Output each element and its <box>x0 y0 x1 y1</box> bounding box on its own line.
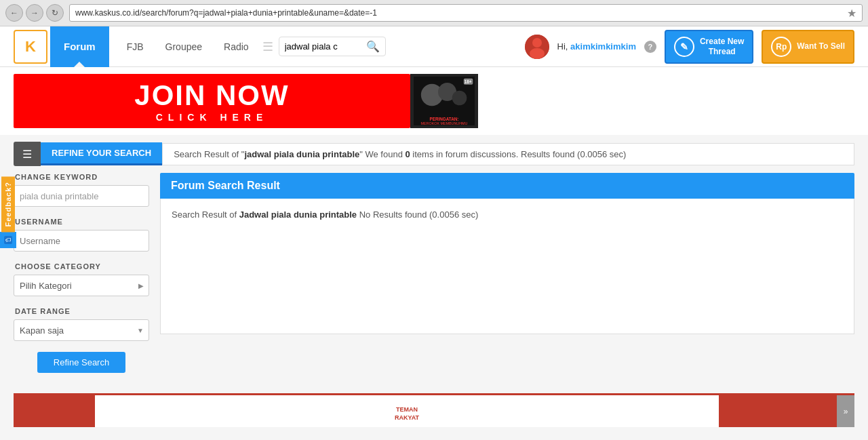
keyword-label: CHANGE KEYWORD <box>14 173 149 181</box>
refine-search-tab[interactable]: REFINE YOUR SEARCH <box>41 142 162 165</box>
content-area: Forum Search Result Search Result of Jad… <box>160 173 854 373</box>
keyword-section: CHANGE KEYWORD <box>14 173 149 207</box>
forward-button[interactable]: → <box>26 4 43 22</box>
avatar <box>525 35 549 59</box>
menu-button[interactable]: ☰ <box>14 142 41 166</box>
tag-icon: 🏷 <box>3 235 14 245</box>
join-now-text: JOIN NOW <box>134 79 289 112</box>
svg-point-6 <box>452 91 467 106</box>
svg-text:MEROKOK MEMBUNUHMU: MEROKOK MEMBUNUHMU <box>421 121 468 125</box>
create-thread-button[interactable]: ✎ Create New Thread <box>665 30 753 64</box>
two-column-layout: CHANGE KEYWORD USERNAME CHOOSE CATEGORY … <box>14 173 854 373</box>
footer-red-right <box>719 395 854 427</box>
date-label: DATE RANGE <box>14 307 149 315</box>
footer-center: TEMAN RAKYAT <box>95 395 719 427</box>
refresh-button[interactable]: ↻ <box>46 4 64 22</box>
main-content: ☰ REFINE YOUR SEARCH Search Result of "j… <box>0 135 868 434</box>
date-select[interactable]: Kapan saja <box>14 319 149 341</box>
category-select[interactable]: Pilih Kategori <box>14 275 149 296</box>
banner-left: JOIN NOW CLICK HERE PERINGATAN: MEROKOK … <box>14 74 478 128</box>
category-label: CHOOSE CATEGORY <box>14 262 149 271</box>
radio-nav-link[interactable]: Radio <box>213 36 260 58</box>
address-bar[interactable]: www.kaskus.co.id/search/forum?q=jadwal+p… <box>69 4 863 22</box>
search-result-info: Search Result of "jadwal piala dunia pri… <box>162 143 854 165</box>
username-label: USERNAME <box>14 218 149 226</box>
url-text: www.kaskus.co.id/search/forum?q=jadwal+p… <box>75 8 847 18</box>
join-now-banner[interactable]: JOIN NOW CLICK HERE <box>14 74 410 128</box>
navbar-right: Hi, akimkimkimkim ? ✎ Create New Thread … <box>525 30 854 64</box>
nav-separator: ☰ <box>260 39 276 54</box>
svg-point-2 <box>530 48 545 59</box>
svg-text:PERINGATAN:: PERINGATAN: <box>430 117 459 121</box>
bookmark-icon[interactable]: ★ <box>847 7 856 20</box>
no-result-text: Search Result of Jadwal piala dunia prin… <box>172 209 843 220</box>
svg-text:RAKYAT: RAKYAT <box>395 414 420 421</box>
scroll-right-button[interactable]: » <box>837 395 854 427</box>
greeting-text: Hi, akimkimkimkim <box>557 41 636 52</box>
username-input[interactable] <box>14 230 149 252</box>
forum-nav-button[interactable]: Forum <box>50 26 109 67</box>
refine-search-button[interactable]: Refine Search <box>37 352 125 373</box>
browser-chrome: ← → ↻ www.kaskus.co.id/search/forum?q=ja… <box>0 0 868 26</box>
teman-rakyat-logo: TEMAN RAKYAT <box>387 398 427 425</box>
pencil-icon: ✎ <box>674 37 694 57</box>
groupee-nav-link[interactable]: Groupee <box>155 36 213 58</box>
sidebar: CHANGE KEYWORD USERNAME CHOOSE CATEGORY … <box>14 173 149 373</box>
feedback-label[interactable]: Feedback? <box>1 176 15 232</box>
svg-point-1 <box>532 38 542 47</box>
want-to-sell-button[interactable]: Rp Want To Sell <box>762 30 854 64</box>
svg-text:TEMAN: TEMAN <box>396 406 418 413</box>
forum-search-body: Search Result of Jadwal piala dunia prin… <box>160 199 854 334</box>
kaskus-logo[interactable]: K <box>14 30 47 64</box>
feedback-icon[interactable]: 🏷 <box>0 232 16 248</box>
search-input[interactable] <box>285 41 366 52</box>
bottom-banner: TEMAN RAKYAT » <box>14 393 854 427</box>
search-icon[interactable]: 🔍 <box>366 40 380 53</box>
back-button[interactable]: ← <box>5 4 23 22</box>
search-bar-row: ☰ REFINE YOUR SEARCH Search Result of "j… <box>14 142 854 166</box>
banner-area: JOIN NOW CLICK HERE PERINGATAN: MEROKOK … <box>0 67 868 135</box>
svg-text:🏷: 🏷 <box>5 237 12 243</box>
search-box[interactable]: 🔍 <box>279 37 386 56</box>
navbar: K Forum FJB Groupee Radio ☰ 🔍 Hi, akimki… <box>0 26 868 67</box>
category-section: CHOOSE CATEGORY Pilih Kategori ▶ <box>14 262 149 296</box>
date-select-wrap: Kapan saja ▼ <box>14 319 149 341</box>
rp-icon: Rp <box>771 37 791 57</box>
help-icon[interactable]: ? <box>644 41 656 53</box>
username-section: USERNAME <box>14 218 149 252</box>
keyword-input[interactable] <box>14 185 149 207</box>
footer-red-left <box>14 395 95 427</box>
forum-search-header: Forum Search Result <box>160 173 854 199</box>
fjb-nav-link[interactable]: FJB <box>116 36 155 58</box>
ad-image[interactable]: PERINGATAN: MEROKOK MEMBUNUHMU 18+ <box>410 74 478 128</box>
date-section: DATE RANGE Kapan saja ▼ <box>14 307 149 341</box>
svg-text:18+: 18+ <box>465 79 472 84</box>
feedback-side: Feedback? 🏷 <box>0 176 16 248</box>
click-here-text: CLICK HERE <box>156 112 269 123</box>
category-select-wrap: Pilih Kategori ▶ <box>14 275 149 296</box>
